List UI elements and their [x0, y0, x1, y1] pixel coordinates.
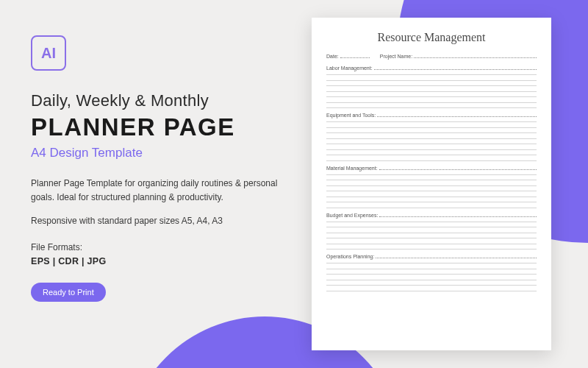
writing-line	[326, 269, 537, 269]
date-field: Date:	[326, 53, 370, 59]
writing-line	[326, 208, 537, 208]
section-label-text: Labor Management:	[326, 66, 373, 71]
writing-line	[326, 244, 537, 244]
writing-line	[326, 102, 537, 103]
section-label-text: Equipment and Tools:	[326, 113, 376, 118]
writing-line	[326, 144, 537, 144]
section-label: Equipment and Tools:	[326, 112, 537, 118]
planner-section: Labor Management:	[326, 65, 537, 108]
project-field: Project Name:	[380, 53, 537, 59]
planner-section: Equipment and Tools:	[326, 112, 537, 161]
section-lines	[326, 73, 537, 108]
writing-line	[326, 107, 537, 108]
section-dotted-line	[377, 112, 537, 117]
section-label: Operations Planning:	[326, 253, 537, 259]
writing-line	[326, 202, 537, 202]
writing-line	[326, 127, 537, 128]
writing-line	[326, 155, 537, 155]
writing-line	[326, 138, 537, 139]
writing-line	[326, 160, 537, 161]
section-label-text: Material Management:	[326, 166, 378, 171]
writing-line	[326, 263, 537, 263]
writing-line	[326, 238, 537, 238]
ai-badge-label: AI	[41, 45, 56, 62]
writing-line	[326, 191, 537, 191]
section-label: Budget and Expenses:	[326, 212, 537, 218]
heading-main: PLANNER PAGE	[31, 113, 303, 141]
sections-container: Labor Management:Equipment and Tools:Mat…	[326, 65, 537, 291]
writing-line	[326, 280, 537, 280]
section-dotted-line	[379, 165, 537, 170]
formats-list: EPS | CDR | JPG	[31, 256, 303, 266]
section-label: Labor Management:	[326, 65, 537, 71]
planner-section: Material Management:	[326, 165, 537, 208]
writing-line	[326, 197, 537, 197]
meta-row: Date: Project Name:	[326, 53, 537, 59]
writing-line	[326, 274, 537, 275]
description-text: Planner Page Template for organizing dai…	[31, 177, 303, 204]
page-title: Resource Management	[326, 31, 537, 44]
section-dotted-line	[374, 65, 537, 70]
writing-line	[326, 291, 537, 291]
writing-line	[326, 227, 537, 227]
section-dotted-line	[379, 212, 537, 217]
section-label: Material Management:	[326, 165, 537, 171]
date-label: Date:	[326, 54, 339, 59]
section-lines	[326, 220, 537, 250]
heading-kicker: Daily, Weekly & Monthly	[31, 91, 303, 110]
info-panel: AI Daily, Weekly & Monthly PLANNER PAGE …	[31, 35, 303, 302]
writing-line	[326, 285, 537, 286]
writing-line	[326, 174, 537, 175]
writing-line	[326, 180, 537, 180]
writing-line	[326, 74, 537, 75]
section-dotted-line	[376, 253, 537, 258]
section-label-text: Budget and Expenses:	[326, 213, 378, 218]
writing-line	[326, 249, 537, 250]
section-lines	[326, 120, 537, 161]
writing-line	[326, 85, 537, 86]
project-label: Project Name:	[380, 54, 412, 59]
writing-line	[326, 91, 537, 92]
section-lines	[326, 173, 537, 208]
writing-line	[326, 121, 537, 122]
writing-line	[326, 149, 537, 150]
subheading: A4 Design Template	[31, 146, 303, 160]
writing-line	[326, 132, 537, 133]
writing-line	[326, 222, 537, 222]
writing-line	[326, 185, 537, 186]
writing-line	[326, 80, 537, 81]
responsive-text: Responsive with standard paper sizes A5,…	[31, 216, 303, 226]
planner-page-preview: Resource Management Date: Project Name: …	[312, 18, 551, 350]
planner-section: Budget and Expenses:	[326, 212, 537, 250]
writing-line	[326, 96, 537, 97]
writing-line	[326, 233, 537, 233]
section-lines	[326, 261, 537, 291]
project-dotted-line	[414, 53, 537, 58]
section-label-text: Operations Planning:	[326, 254, 374, 259]
date-dotted-line	[340, 53, 370, 58]
planner-section: Operations Planning:	[326, 253, 537, 291]
formats-label: File Formats:	[31, 242, 303, 252]
ready-to-print-badge: Ready to Print	[31, 283, 106, 302]
ai-badge-icon: AI	[31, 35, 66, 71]
